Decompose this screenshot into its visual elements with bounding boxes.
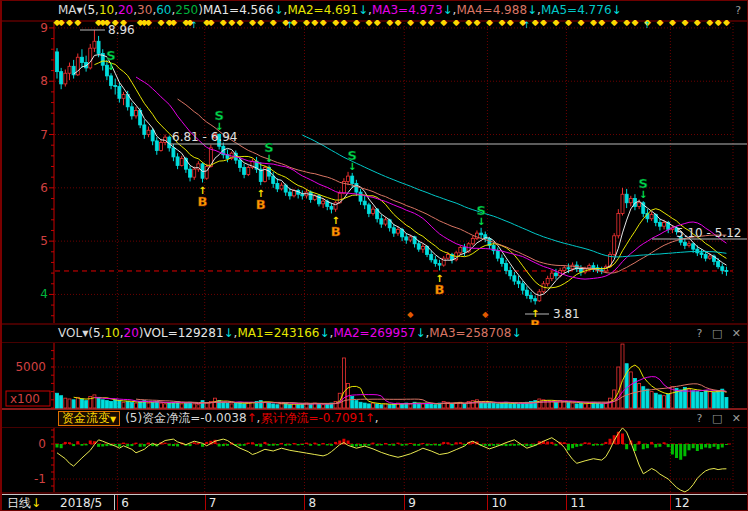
volume-bar — [667, 394, 670, 408]
candle-body — [380, 219, 383, 224]
candle-body — [159, 143, 162, 151]
flow-bar — [243, 444, 246, 446]
volume-bar — [85, 401, 88, 408]
candle-body — [525, 290, 528, 295]
header-token: VOL=129281 — [144, 325, 224, 342]
flow-bar — [671, 444, 674, 455]
flow-bar — [579, 444, 582, 446]
candle-body — [500, 258, 503, 263]
volume-bar — [122, 402, 125, 408]
header-token: MA5=4.776 — [541, 1, 612, 20]
volume-bar — [309, 404, 312, 408]
flow-bar — [409, 443, 412, 444]
flow-indicator-selector[interactable]: 资金流变▼ — [58, 411, 120, 426]
volume-bar — [638, 383, 641, 408]
timeline-divider — [404, 495, 405, 511]
arrow-down-icon: ↓ — [31, 496, 41, 510]
volume-bar — [401, 404, 404, 408]
flow-bar — [68, 442, 71, 444]
volume-bar — [658, 395, 661, 408]
timeline-month-label: 8 — [308, 495, 316, 511]
volume-bar — [579, 403, 582, 408]
flow-indicator-values[interactable]: (5) 资金净流=-0.0038↑ ,累计净流=-0.7091↑ , — [125, 411, 379, 425]
candle-body — [97, 41, 100, 53]
header-token: ↓ — [612, 1, 622, 20]
flow-bar — [550, 442, 553, 444]
volume-bar — [56, 393, 59, 408]
candle-body — [480, 233, 483, 235]
flow-bar — [451, 444, 454, 445]
event-arrow-icon: ↑ — [523, 20, 531, 30]
timeline-bar[interactable]: 日线↓ 2018/56789101112 — [2, 494, 748, 511]
flow-bar — [584, 442, 587, 444]
ma-indicator-values[interactable]: MA▼ (5,10,20,30,60,250) MA1=4.566 ↓ ,MA2… — [58, 3, 622, 17]
dividend-diamond-icon[interactable]: ◆ — [482, 310, 489, 319]
flow-bar — [712, 444, 715, 447]
volume-bar — [355, 401, 358, 408]
buy-marker[interactable]: B — [435, 282, 445, 297]
flow-bar — [139, 444, 142, 447]
flow-bar — [484, 444, 487, 446]
volume-indicator-values[interactable]: VOL▼ (5,10,20) VOL=129281 ↓ ,MA1=243166 … — [58, 326, 521, 340]
flow-bar — [322, 443, 325, 444]
flow-bar — [293, 443, 296, 444]
volume-bar — [317, 404, 320, 408]
flow-bar — [513, 444, 516, 446]
flow-bar — [704, 444, 707, 448]
volume-bar — [492, 403, 495, 408]
volume-bar — [538, 399, 541, 408]
candle-body — [60, 72, 63, 84]
flow-bar — [197, 443, 200, 444]
volume-window-buttons[interactable]: ? □ ✕ — [697, 325, 744, 342]
header-token: 20 — [118, 1, 133, 20]
volume-bar — [475, 400, 478, 408]
buy-marker[interactable]: B — [198, 194, 208, 209]
timeline-divider — [487, 495, 488, 511]
volume-bar — [243, 404, 246, 408]
flow-bar — [372, 443, 375, 444]
volume-bar — [372, 403, 375, 408]
flow-bar — [692, 444, 695, 448]
flow-bar — [76, 441, 79, 444]
volume-bar — [521, 403, 524, 408]
volume-bar — [105, 401, 108, 408]
sell-arrow-icon: ↓ — [639, 189, 647, 200]
candle-body — [683, 242, 686, 245]
volume-bar — [451, 404, 454, 408]
volume-bar — [184, 403, 187, 408]
volume-bar — [214, 398, 217, 408]
flow-bar — [355, 444, 358, 446]
header-token: 5 — [87, 1, 95, 20]
candle-body — [118, 87, 121, 99]
flow-bar — [172, 444, 175, 446]
chart-canvas[interactable]: 9876545000x1000-18.966.81 - 6.945.10 - 5… — [2, 1, 748, 511]
header-token: 30 — [137, 1, 152, 20]
volume-bar — [222, 402, 225, 408]
flow-bar — [97, 444, 100, 447]
volume-bar — [700, 392, 703, 408]
dividend-diamond-icon[interactable]: ◆ — [407, 310, 414, 319]
flow-window-buttons[interactable]: ? □ ✕ — [697, 411, 744, 426]
flow-bar — [646, 444, 649, 448]
flow-bar — [313, 443, 316, 444]
flow-bar — [284, 444, 287, 446]
flow-bar — [309, 444, 312, 446]
flow-bar — [176, 444, 179, 446]
header-token: , — [375, 411, 379, 426]
volume-bar — [363, 403, 366, 408]
flow-bar — [85, 444, 88, 445]
flow-bar — [338, 441, 341, 445]
candle-body — [538, 292, 541, 301]
buy-marker[interactable]: B — [331, 224, 341, 239]
buy-marker[interactable]: B — [256, 197, 266, 212]
flow-bar — [683, 444, 686, 456]
help-icon[interactable]: ? — [735, 1, 744, 20]
candle-body — [193, 169, 196, 177]
flow-bar — [530, 444, 533, 446]
volume-bar — [80, 399, 83, 408]
volume-bar — [130, 402, 133, 408]
volume-bar — [484, 403, 487, 408]
flow-bar — [388, 444, 391, 445]
flow-bar — [401, 444, 404, 446]
flow-bar — [126, 444, 129, 446]
